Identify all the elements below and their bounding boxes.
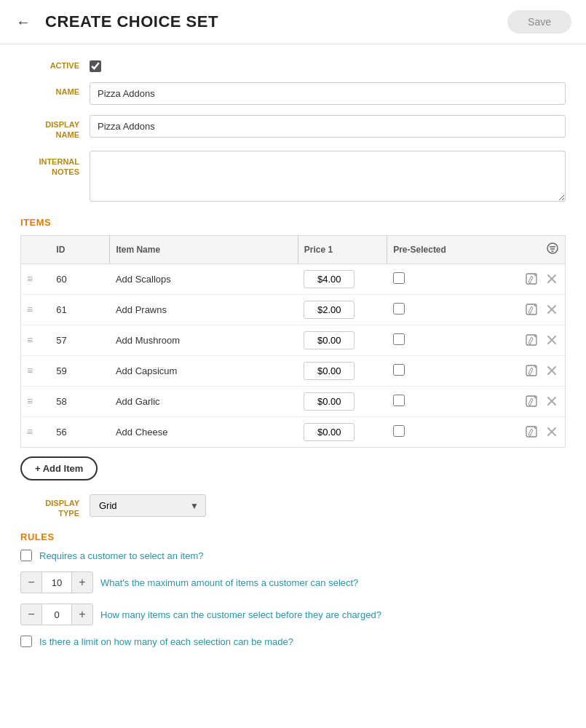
max-items-decrement-button[interactable]: − [20, 571, 42, 593]
active-checkbox[interactable] [90, 60, 101, 72]
items-section-title: ITEMS [20, 217, 566, 228]
price-input[interactable] [304, 270, 355, 288]
close-icon [546, 395, 558, 407]
price-input[interactable] [304, 362, 355, 380]
charged-after-decrement-button[interactable]: − [20, 604, 42, 625]
preselected-checkbox[interactable] [393, 333, 405, 345]
charged-after-counter: − 0 + [20, 604, 93, 625]
delete-button[interactable] [545, 424, 559, 439]
display-name-control [90, 115, 566, 138]
table-row: ≡ 60 Add Scallops [21, 264, 566, 294]
price-cell [298, 355, 387, 386]
rule-limit-checkbox[interactable] [20, 636, 32, 647]
name-cell: Add Prawns [110, 294, 298, 325]
actions-cell [496, 264, 565, 294]
preselected-cell [387, 294, 496, 325]
rule-max-items-row: − 10 + What's the maximum amount of item… [20, 571, 566, 593]
price-input[interactable] [304, 331, 355, 349]
edit-icon [526, 334, 537, 346]
name-label: NAME [20, 82, 90, 97]
rule-require-select-checkbox[interactable] [20, 550, 32, 561]
close-icon [546, 365, 558, 376]
active-checkbox-wrap [90, 58, 566, 72]
add-item-button[interactable]: + Add Item [20, 456, 98, 480]
drag-handle-cell: ≡ [21, 386, 51, 416]
display-type-select[interactable]: Grid List Scroll [90, 494, 206, 517]
action-icons [502, 394, 559, 408]
svg-line-13 [534, 336, 536, 337]
preselected-checkbox[interactable] [393, 303, 405, 314]
display-name-input[interactable] [90, 115, 566, 138]
charged-after-value: 0 [42, 604, 71, 625]
id-cell: 59 [50, 355, 110, 386]
edit-button[interactable] [524, 394, 539, 408]
close-icon [546, 273, 558, 285]
delete-button[interactable] [545, 333, 559, 347]
action-icons [502, 272, 559, 286]
save-button[interactable]: Save [507, 10, 571, 33]
drag-handle-cell: ≡ [21, 264, 51, 294]
active-label: ACTIVE [20, 58, 90, 71]
rule-limit-row: Is there a limit on how many of each sel… [20, 636, 566, 647]
drag-handle-icon[interactable]: ≡ [27, 334, 33, 346]
preselected-checkbox[interactable] [393, 364, 405, 376]
edit-button[interactable] [524, 272, 539, 286]
items-table: ID Item Name Price 1 Pre-Selected [20, 235, 566, 448]
price-input[interactable] [304, 392, 355, 411]
price-input[interactable] [304, 301, 355, 319]
col-name-header: Item Name [110, 235, 298, 264]
svg-point-0 [547, 243, 558, 253]
edit-icon [526, 273, 537, 285]
drag-handle-icon[interactable]: ≡ [27, 304, 33, 315]
drag-handle-cell: ≡ [21, 325, 51, 355]
header-left: ← CREATE CHOICE SET [12, 12, 218, 32]
edit-button[interactable] [524, 363, 539, 378]
id-cell: 61 [50, 294, 110, 325]
svg-line-17 [534, 366, 536, 368]
max-items-increment-button[interactable]: + [71, 571, 93, 593]
charged-after-increment-button[interactable]: + [71, 604, 93, 625]
drag-handle-cell: ≡ [21, 355, 51, 386]
table-row: ≡ 61 Add Prawns [21, 294, 566, 325]
display-name-label: DISPLAYNAME [20, 115, 90, 141]
price-cell [298, 325, 387, 355]
drag-handle-icon[interactable]: ≡ [27, 273, 33, 285]
svg-line-5 [534, 274, 536, 276]
internal-notes-control [90, 151, 566, 204]
active-row: ACTIVE [20, 58, 566, 72]
col-actions-header [496, 235, 565, 264]
edit-button[interactable] [524, 424, 539, 439]
drag-handle-icon[interactable]: ≡ [27, 365, 33, 376]
preselected-checkbox[interactable] [393, 425, 405, 437]
drag-handle-cell: ≡ [21, 294, 51, 325]
drag-handle-cell: ≡ [21, 416, 51, 447]
rule-require-select-row: Requires a customer to select an item? [20, 550, 566, 561]
internal-notes-input[interactable] [90, 151, 566, 202]
action-icons [502, 302, 559, 317]
page-title: CREATE CHOICE SET [45, 12, 218, 31]
delete-button[interactable] [545, 302, 559, 317]
delete-button[interactable] [545, 272, 559, 286]
table-row: ≡ 58 Add Garlic [21, 386, 566, 416]
id-cell: 60 [50, 264, 110, 294]
internal-notes-row: INTERNALNOTES [20, 151, 566, 204]
delete-button[interactable] [545, 394, 559, 408]
edit-icon [526, 395, 537, 407]
drag-handle-icon[interactable]: ≡ [27, 395, 33, 407]
action-icons [502, 363, 559, 378]
name-control [90, 82, 566, 105]
edit-icon [526, 426, 537, 438]
preselected-cell [387, 386, 496, 416]
back-button[interactable]: ← [12, 12, 35, 32]
name-input[interactable] [90, 82, 566, 105]
delete-button[interactable] [545, 363, 559, 378]
action-icons [502, 333, 559, 347]
filter-icon[interactable] [546, 245, 559, 257]
drag-handle-icon[interactable]: ≡ [27, 426, 33, 438]
svg-line-9 [534, 305, 536, 306]
edit-button[interactable] [524, 302, 539, 317]
preselected-checkbox[interactable] [393, 272, 405, 284]
preselected-checkbox[interactable] [393, 395, 405, 406]
edit-button[interactable] [524, 333, 539, 347]
price-input[interactable] [304, 423, 355, 441]
